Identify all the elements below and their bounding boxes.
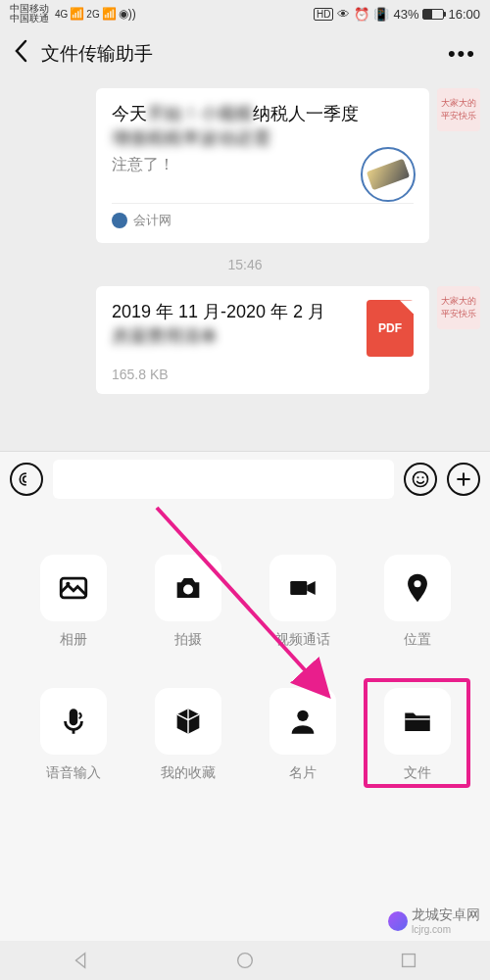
more-button[interactable]: ••• [448, 41, 476, 67]
alarm-icon: ⏰ [354, 7, 369, 22]
battery-pct: 43% [393, 7, 418, 22]
attachment-button[interactable] [447, 463, 480, 496]
carrier-2: 中国联通 [10, 14, 49, 24]
article-source: 会计网 [112, 203, 414, 229]
signal-icon: 📶 [70, 7, 84, 21]
message-input[interactable] [53, 460, 394, 499]
svg-point-8 [414, 580, 420, 587]
panel-item-file[interactable]: 文件 [369, 688, 465, 782]
hd-icon: HD [314, 8, 333, 21]
eye-icon: 👁 [337, 7, 350, 22]
svg-point-1 [417, 476, 419, 478]
chat-title: 文件传输助手 [41, 41, 448, 67]
svg-rect-7 [290, 581, 307, 595]
svg-point-12 [238, 954, 253, 968]
status-left: 中国移动 中国联通 4G 📶 2G 📶 ◉)) [10, 4, 136, 24]
cube-icon [155, 688, 221, 755]
panel-label: 名片 [289, 764, 317, 782]
watermark-url: lcjrg.com [412, 924, 480, 935]
chat-area: 今天开始！小规模纳税人一季度 增值税税率波动还需 注意了！ 会计网 大家大的平安… [0, 80, 490, 394]
panel-item-contact[interactable]: 名片 [255, 688, 350, 782]
article-thumb [361, 147, 416, 202]
emoji-button[interactable] [404, 463, 437, 496]
vibrate-icon: 📳 [373, 7, 389, 22]
chat-header: 文件传输助手 ••• [0, 27, 490, 80]
panel-label: 文件 [404, 764, 431, 782]
source-name: 会计网 [133, 212, 172, 229]
panel-item-location[interactable]: 位置 [369, 555, 465, 649]
svg-point-6 [183, 584, 193, 594]
panel-item-video-call[interactable]: 视频通话 [255, 555, 350, 649]
panel-label: 拍摄 [174, 631, 202, 649]
time-label: 15:46 [10, 257, 480, 272]
signal-2g: 2G [86, 9, 99, 20]
watermark-logo-icon [388, 911, 408, 931]
panel-item-camera[interactable]: 拍摄 [140, 555, 235, 649]
android-navbar [0, 941, 490, 980]
message-row: 2019 年 11 月-2020 年 2 月 房屋费用清单 PDF 165.8 … [10, 286, 480, 394]
status-right: HD 👁 ⏰ 📳 43% 16:00 [314, 7, 480, 22]
signal-icon-2: 📶 [102, 7, 117, 21]
panel-label: 位置 [404, 631, 431, 649]
svg-point-2 [422, 476, 424, 478]
source-badge-icon [112, 213, 127, 228]
nav-recent-button[interactable] [398, 950, 419, 971]
nav-back-button[interactable] [71, 950, 92, 971]
status-bar: 中国移动 中国联通 4G 📶 2G 📶 ◉)) HD 👁 ⏰ 📳 43% 16:… [0, 0, 490, 27]
pdf-icon: PDF [367, 300, 414, 357]
svg-point-5 [66, 582, 70, 586]
panel-item-voice-input[interactable]: 语音输入 [25, 688, 121, 782]
svg-point-0 [414, 471, 428, 486]
file-size: 165.8 KB [112, 367, 414, 382]
voice-toggle-button[interactable] [10, 463, 43, 496]
file-name: 2019 年 11 月-2020 年 2 月 房屋费用清单 [112, 300, 357, 348]
panel-item-album[interactable]: 相册 [25, 555, 121, 649]
svg-rect-11 [405, 718, 430, 719]
input-bar [0, 451, 490, 506]
svg-point-10 [297, 710, 308, 721]
panel-item-favorites[interactable]: 我的收藏 [140, 688, 235, 782]
svg-rect-9 [69, 709, 77, 725]
watermark: 龙城安卓网 lcjrg.com [388, 906, 480, 935]
file-card[interactable]: 2019 年 11 月-2020 年 2 月 房屋费用清单 PDF 165.8 … [96, 286, 429, 394]
album-icon [40, 555, 107, 621]
avatar[interactable]: 大家大的平安快乐 [437, 286, 480, 329]
panel-label: 语音输入 [46, 764, 101, 782]
svg-rect-13 [402, 955, 415, 967]
wifi-icon: ◉)) [119, 7, 136, 21]
signal-4g: 4G [55, 9, 68, 20]
panel-label: 相册 [60, 631, 87, 649]
folder-icon [384, 688, 451, 755]
panel-label: 我的收藏 [161, 764, 216, 782]
person-icon [270, 688, 336, 755]
camera-icon [155, 555, 221, 621]
attachment-panel: 相册 拍摄 视频通话 位置 语音输入 [0, 506, 490, 941]
article-card[interactable]: 今天开始！小规模纳税人一季度 增值税税率波动还需 注意了！ 会计网 [96, 88, 429, 243]
article-title: 今天开始！小规模纳税人一季度 增值税税率波动还需 [112, 102, 414, 151]
location-icon [384, 555, 451, 621]
avatar[interactable]: 大家大的平安快乐 [437, 88, 480, 131]
clock: 16:00 [448, 7, 480, 22]
video-icon [270, 555, 336, 621]
message-row: 今天开始！小规模纳税人一季度 增值税税率波动还需 注意了！ 会计网 大家大的平安… [10, 88, 480, 243]
battery-icon [422, 9, 444, 20]
microphone-icon [40, 688, 107, 755]
watermark-text: 龙城安卓网 [412, 906, 480, 924]
panel-label: 视频通话 [275, 631, 330, 649]
nav-home-button[interactable] [234, 950, 256, 971]
back-button[interactable] [14, 39, 27, 70]
